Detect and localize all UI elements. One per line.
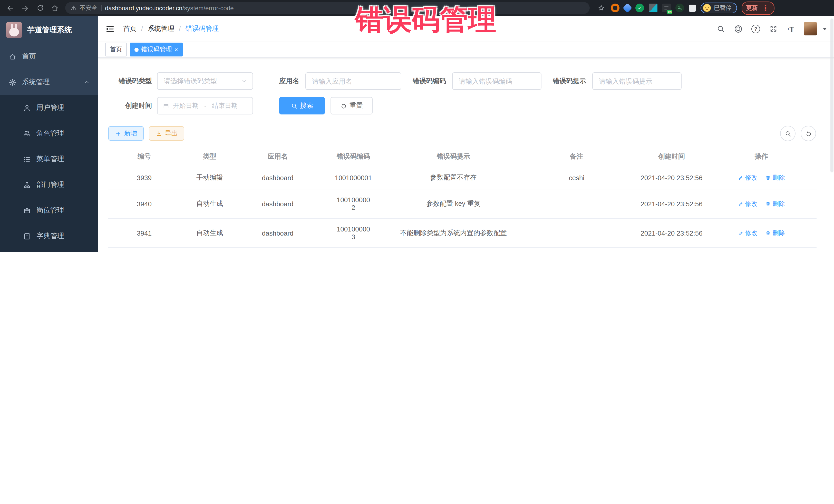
cell-id: 3939 [108, 166, 180, 189]
edit-link[interactable]: 修改 [738, 173, 757, 182]
edit-link[interactable]: 修改 [738, 229, 757, 237]
filter-type-label: 错误码类型 [116, 76, 152, 86]
sidebar-item[interactable]: 岗位管理 [0, 198, 98, 223]
sidebar: 芋道管理系统 首页 系统管理 [0, 16, 98, 252]
chevron-up-icon [84, 79, 90, 85]
sidebar-item[interactable]: 角色管理 [0, 120, 98, 146]
search-icon [785, 130, 791, 137]
url-text: dashboard.yudao.iocoder.cn/system/error-… [105, 4, 234, 12]
sidebar-item[interactable]: 用户管理 [0, 95, 98, 120]
browser-home-icon[interactable] [50, 3, 60, 13]
user-avatar[interactable] [804, 22, 817, 36]
cell-message: 不能删除类型为系统内置的参数配置 [391, 218, 516, 248]
error-code-table: 编号类型应用名错误码编码错误码提示备注创建时间操作 3939 手动编辑 dash… [108, 147, 816, 252]
export-button[interactable]: 导出 [149, 126, 184, 140]
sidebar-fold-icon[interactable] [105, 24, 115, 34]
tag[interactable]: 首页 [105, 43, 127, 57]
date-range-picker[interactable]: 开始日期 - 结束日期 [157, 97, 253, 114]
browser-update-button[interactable]: 更新 ⋮ [741, 1, 774, 15]
sidebar-item-label: 角色管理 [37, 129, 64, 138]
cell-actions: 修改 删除 [706, 166, 816, 189]
tag-label: 首页 [110, 45, 122, 54]
cell-code: 100100000 4 [316, 248, 391, 252]
github-icon[interactable] [734, 24, 743, 33]
sidebar-item-label: 菜单管理 [37, 154, 64, 164]
tag-label: 错误码管理 [141, 45, 172, 54]
cell-remark [516, 248, 637, 252]
browser-menu-icon[interactable]: ⋮ [761, 3, 770, 13]
cell-id: 3941 [108, 218, 180, 248]
profile-paused-badge[interactable]: 已暂停 [701, 3, 737, 13]
sidebar-item[interactable]: 菜单管理 [0, 146, 98, 172]
refresh-table-button[interactable] [800, 126, 816, 141]
tag[interactable]: 错误码管理 [130, 43, 183, 57]
extension-icon[interactable]: ✓ [635, 4, 644, 12]
breadcrumb-item[interactable]: 首页 [123, 24, 143, 34]
error-msg-field[interactable] [592, 72, 682, 90]
search-icon[interactable] [717, 24, 725, 33]
browser-back-icon[interactable] [5, 3, 15, 13]
fullscreen-icon[interactable] [769, 24, 777, 33]
font-size-icon[interactable]: тT [786, 24, 795, 33]
help-icon[interactable]: ? [751, 24, 760, 33]
app-name-field[interactable] [305, 72, 401, 90]
breadcrumb-item[interactable]: 错误码管理 [185, 24, 219, 34]
extensions-menu-icon[interactable] [689, 4, 696, 12]
table-row: 3939 手动编辑 dashboard 1001000001 参数配置不存在 c… [108, 166, 816, 189]
cell-remark: ceshi [516, 166, 637, 189]
search-button[interactable]: 搜索 [279, 97, 325, 114]
cell-code: 100100000 3 [316, 218, 391, 248]
sidebar-item[interactable]: 部门管理 [0, 172, 98, 198]
edit-link[interactable]: 修改 [738, 199, 757, 208]
browser-forward-icon[interactable] [20, 3, 30, 13]
delete-link[interactable]: 删除 [766, 199, 785, 208]
bookmark-star-icon[interactable] [596, 3, 606, 13]
breadcrumb: 首页 系统管理 错误码管理 [123, 24, 219, 34]
logo-image [6, 22, 22, 38]
extension-icon[interactable]: on [662, 4, 671, 12]
breadcrumb-item[interactable]: 系统管理 [148, 24, 181, 34]
extension-icon[interactable] [675, 4, 684, 12]
extension-icon[interactable] [611, 4, 619, 12]
download-icon [155, 130, 162, 137]
error-msg-input[interactable] [593, 77, 681, 85]
role-icon [23, 130, 31, 137]
cell-type: 自动生成 [180, 189, 239, 218]
sidebar-item[interactable]: 通知公告 [0, 249, 98, 252]
sidebar-item[interactable]: 系统管理 [0, 69, 98, 95]
cell-app: dashboard [239, 248, 316, 252]
close-icon[interactable] [175, 46, 178, 52]
sidebar-item[interactable]: 字典管理 [0, 223, 98, 249]
cell-actions: 修改 删除 [706, 248, 816, 252]
browser-reload-icon[interactable] [35, 3, 45, 13]
table-row: 3940 自动生成 dashboard 100100000 2 参数配置 key… [108, 189, 816, 218]
delete-link[interactable]: 删除 [766, 173, 785, 182]
page-scrollbar[interactable] [830, 19, 833, 172]
cell-type: 自动生成 [180, 218, 239, 248]
cell-actions: 修改 删除 [706, 218, 816, 248]
edit-icon [738, 230, 743, 236]
paused-label: 已暂停 [714, 4, 731, 12]
start-date-placeholder: 开始日期 [173, 101, 199, 110]
add-button[interactable]: 新增 [108, 126, 144, 140]
cell-message: 不允许获取敏感配置到前端 [391, 248, 516, 252]
error-code-input[interactable] [453, 77, 541, 85]
address-bar[interactable]: 不安全 dashboard.yudao.iocoder.cn/system/er… [65, 2, 590, 14]
extension-icon[interactable] [623, 3, 632, 13]
app-logo[interactable]: 芋道管理系统 [0, 16, 98, 44]
delete-link[interactable]: 删除 [766, 229, 785, 237]
app-name-input[interactable] [306, 77, 401, 85]
error-code-field[interactable] [452, 72, 542, 90]
post-icon [23, 206, 31, 214]
edit-icon [738, 201, 743, 206]
sidebar-item[interactable]: 首页 [0, 44, 98, 69]
refresh-icon [805, 130, 812, 137]
chevron-down-icon[interactable] [823, 27, 827, 30]
security-warning[interactable]: 不安全 [70, 4, 97, 12]
trash-icon [766, 175, 771, 180]
reset-button[interactable]: 重置 [331, 97, 373, 114]
toggle-search-button[interactable] [780, 126, 795, 141]
error-type-select[interactable]: 请选择错误码类型 [157, 72, 253, 90]
extension-icon[interactable] [649, 4, 657, 12]
cell-created-time: 2021-04-20 23:52:56 [637, 166, 706, 189]
